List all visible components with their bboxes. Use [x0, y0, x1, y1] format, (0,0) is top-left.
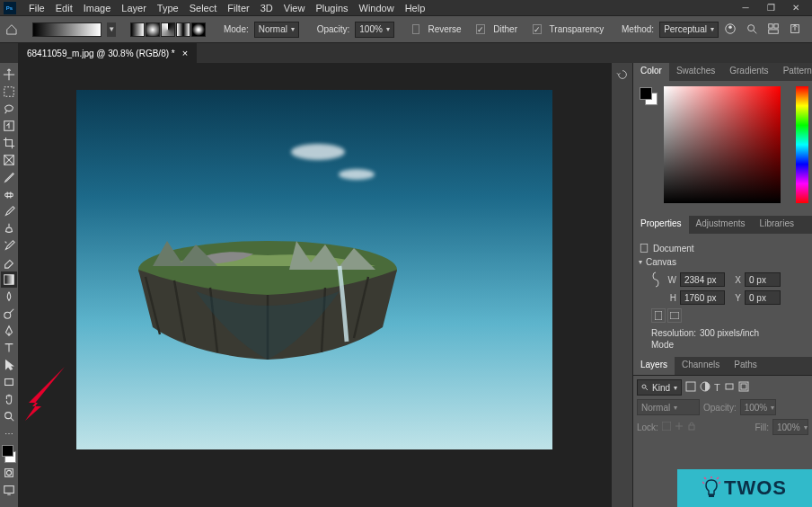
clone-stamp-tool[interactable] [1, 220, 17, 236]
gradient-type-diamond[interactable] [191, 22, 206, 37]
gradients-tab[interactable]: Gradients [722, 63, 775, 81]
filter-adjustment-icon[interactable] [700, 381, 710, 394]
brush-tool[interactable] [1, 203, 17, 219]
rectangle-tool[interactable] [1, 374, 17, 390]
document-section-label: Document [653, 244, 694, 254]
layers-tab[interactable]: Layers [633, 357, 675, 375]
object-selection-tool[interactable] [1, 118, 17, 134]
patterns-tab[interactable]: Patterns [776, 63, 812, 81]
foreground-background-colors[interactable] [1, 444, 17, 464]
channels-tab[interactable]: Channels [675, 357, 727, 375]
gradient-tool[interactable] [1, 271, 17, 288]
lock-position-icon[interactable] [675, 422, 684, 432]
home-icon[interactable] [5, 22, 18, 38]
menu-window[interactable]: Window [354, 1, 400, 15]
menu-file[interactable]: File [23, 1, 50, 15]
search-icon[interactable] [746, 22, 758, 37]
layer-filter-kind[interactable]: Kind ▾ [637, 379, 682, 396]
zoom-tool[interactable] [1, 408, 17, 424]
menu-3d[interactable]: 3D [255, 1, 278, 15]
screen-mode-button[interactable] [1, 482, 17, 498]
foreground-color[interactable] [2, 445, 13, 457]
menu-type[interactable]: Type [152, 1, 184, 15]
gradient-preview[interactable] [32, 22, 102, 37]
properties-tab[interactable]: Properties [633, 216, 689, 234]
lock-all-icon[interactable] [687, 422, 696, 432]
share-icon[interactable] [789, 22, 801, 37]
path-selection-tool[interactable] [1, 357, 17, 373]
menu-image[interactable]: Image [78, 1, 117, 15]
window-minimize-button[interactable]: ─ [737, 2, 755, 14]
menu-view[interactable]: View [278, 1, 311, 15]
dither-checkbox[interactable] [476, 24, 485, 34]
quick-mask-button[interactable] [1, 465, 17, 481]
pen-tool[interactable] [1, 323, 17, 339]
history-brush-tool[interactable] [1, 237, 17, 254]
menu-help[interactable]: Help [400, 1, 431, 15]
portrait-orientation-button[interactable] [651, 308, 666, 323]
menu-plugins[interactable]: Plugins [310, 1, 353, 15]
x-input[interactable] [745, 272, 781, 287]
cloud-share-icon[interactable] [724, 22, 737, 37]
eraser-tool[interactable] [1, 254, 17, 271]
swatches-tab[interactable]: Swatches [669, 63, 722, 81]
gradient-type-linear[interactable] [130, 22, 145, 37]
y-input[interactable] [745, 290, 781, 305]
width-input[interactable] [680, 272, 725, 287]
frame-tool[interactable] [1, 152, 17, 168]
document-canvas[interactable] [76, 90, 552, 449]
filter-type-icon[interactable]: T [714, 382, 720, 393]
menu-filter[interactable]: Filter [222, 1, 254, 15]
menu-edit[interactable]: Edit [50, 1, 78, 15]
color-field[interactable] [664, 86, 781, 203]
workspace-icon[interactable] [767, 22, 780, 37]
color-panel-fgbg[interactable] [639, 86, 658, 106]
hand-tool[interactable] [1, 391, 17, 407]
opacity-select[interactable]: 100% ▾ [355, 22, 394, 38]
filter-smart-icon[interactable] [738, 381, 749, 394]
spot-healing-tool[interactable] [1, 186, 17, 202]
height-input[interactable] [680, 290, 725, 305]
svg-rect-10 [4, 87, 14, 97]
landscape-orientation-button[interactable] [667, 308, 682, 323]
method-select[interactable]: Perceptual ▾ [659, 22, 719, 38]
type-tool[interactable] [1, 340, 17, 356]
history-panel-icon[interactable] [616, 68, 629, 83]
menu-select[interactable]: Select [184, 1, 223, 15]
opacity-label: Opacity: [317, 24, 350, 34]
paths-tab[interactable]: Paths [727, 357, 764, 375]
document-tab[interactable]: 68411059_m.jpg @ 30.8% (RGB/8) * × [18, 43, 197, 63]
blur-tool[interactable] [1, 289, 17, 305]
gradient-picker-dropdown[interactable]: ▼ [107, 22, 115, 37]
adjustments-tab[interactable]: Adjustments [689, 216, 753, 234]
gradient-type-radial[interactable] [146, 22, 160, 37]
lasso-tool[interactable] [1, 101, 17, 117]
lock-pixels-icon[interactable] [662, 422, 671, 432]
layer-fill-value[interactable]: 100%▾ [772, 419, 808, 435]
eyedropper-tool[interactable] [1, 169, 17, 185]
rectangular-marquee-tool[interactable] [1, 84, 17, 100]
svg-rect-34 [686, 382, 695, 391]
close-tab-button[interactable]: × [182, 48, 188, 58]
color-tab[interactable]: Color [633, 63, 669, 81]
dodge-tool[interactable] [1, 306, 17, 322]
menu-layer[interactable]: Layer [116, 1, 152, 15]
canvas-area[interactable] [18, 63, 611, 507]
link-icon[interactable] [651, 271, 660, 289]
window-close-button[interactable]: ✕ [787, 2, 805, 14]
gradient-type-angle[interactable] [161, 22, 175, 37]
move-tool[interactable] [1, 67, 17, 83]
crop-tool[interactable] [1, 135, 17, 151]
transparency-checkbox[interactable] [533, 24, 542, 34]
edit-toolbar-button[interactable]: ⋯ [1, 425, 17, 441]
reverse-checkbox[interactable] [412, 24, 420, 34]
libraries-tab[interactable]: Libraries [753, 216, 801, 234]
filter-shape-icon[interactable] [724, 381, 735, 394]
layer-blend-mode[interactable]: Normal ▾ [637, 399, 700, 415]
gradient-type-reflected[interactable] [176, 22, 190, 37]
filter-pixel-icon[interactable] [685, 381, 696, 394]
window-restore-button[interactable]: ❐ [762, 2, 780, 14]
layer-opacity-value[interactable]: 100%▾ [740, 399, 776, 415]
hue-slider[interactable] [796, 86, 808, 203]
blend-mode-select[interactable]: Normal ▾ [254, 22, 299, 38]
